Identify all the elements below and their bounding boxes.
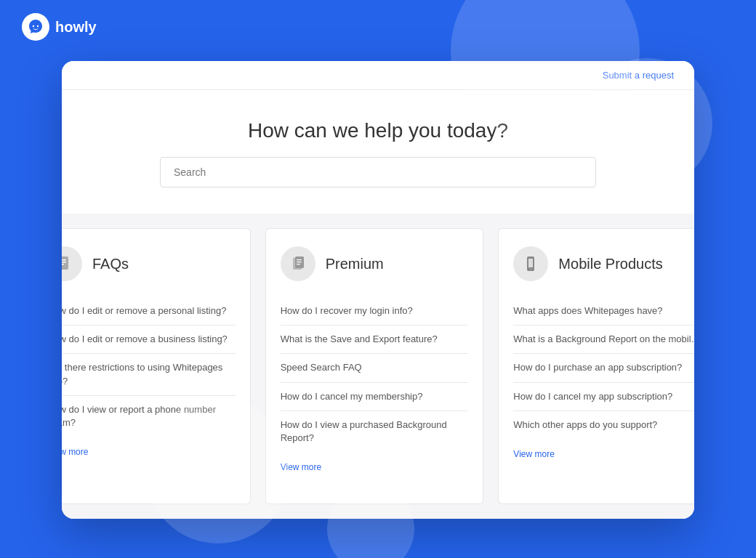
category-mobile: Mobile Products What apps does Whitepage… [498,228,694,504]
faqs-icon [62,246,82,281]
mobile-view-more[interactable]: View more [513,449,694,459]
svg-rect-5 [62,264,64,265]
faqs-title: FAQs [92,256,129,272]
svg-point-13 [530,269,531,270]
category-premium: Premium How do I recover my login info? … [265,228,484,504]
faqs-header: FAQs [62,246,236,281]
howly-logo-svg [27,18,44,36]
list-item[interactable]: How do I edit or remove a business listi… [62,326,236,354]
list-item[interactable]: What is the Save and Export feature? [281,326,469,354]
list-item[interactable]: How do I purchase an app subscription? [513,354,694,382]
svg-point-0 [33,25,34,27]
list-item[interactable]: What is a Background Report on the mobil… [513,326,694,354]
list-item[interactable]: How do I recover my login info? [281,297,469,326]
svg-rect-9 [297,262,302,262]
list-item[interactable]: Are there restrictions to using Whitepag… [62,354,236,395]
logo-icon [22,13,49,41]
premium-title: Premium [326,256,384,272]
list-item[interactable]: Which other apps do you support? [513,411,694,439]
list-item[interactable]: Speed Search FAQ [281,354,469,382]
premium-header: Premium [281,246,469,281]
logo-text: howly [55,19,97,36]
list-item[interactable]: How do I edit or remove a personal listi… [62,297,236,326]
logo: howly [22,13,97,41]
list-item[interactable]: What apps does Whitepages have? [513,297,694,326]
mobile-icon [513,246,548,281]
bg-circle-2 [582,58,712,189]
premium-icon [281,246,315,281]
search-bar [160,157,596,187]
premium-view-more[interactable]: View more [281,462,469,472]
bg-circle-3 [145,398,291,543]
top-header: howly [22,13,734,41]
svg-rect-2 [62,256,68,270]
list-item[interactable]: How do I cancel my membership? [281,383,469,411]
svg-rect-12 [528,259,533,267]
list-item[interactable]: How do I cancel my app subscription? [513,383,694,411]
mobile-header: Mobile Products [513,246,694,281]
search-input[interactable] [160,157,596,187]
list-item[interactable]: How do I view a purchased Background Rep… [281,411,469,452]
svg-rect-4 [62,262,66,263]
svg-rect-8 [297,259,302,260]
svg-rect-3 [62,259,66,261]
svg-point-1 [37,25,39,27]
svg-rect-10 [297,264,300,264]
mobile-title: Mobile Products [558,256,662,272]
